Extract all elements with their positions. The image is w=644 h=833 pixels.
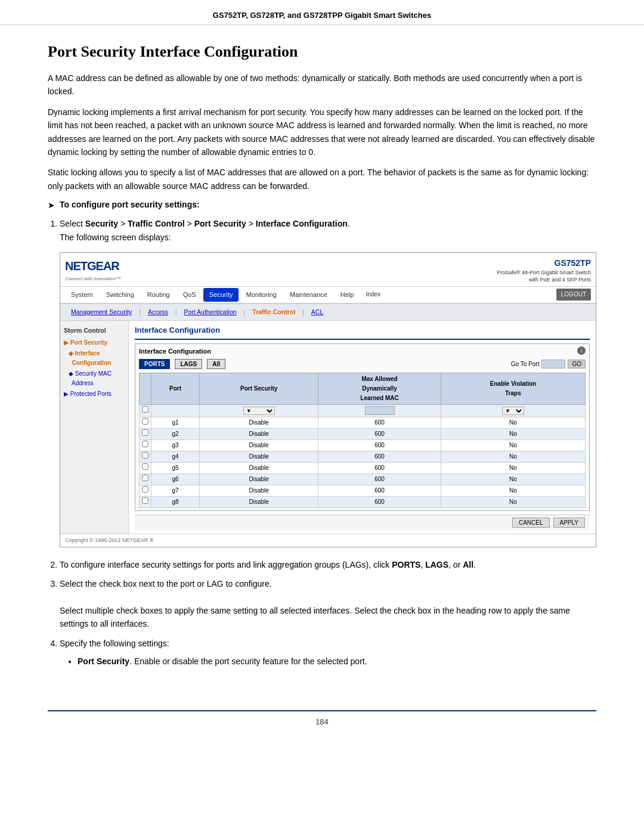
intro-paragraph-3: Static locking allows you to specify a l… xyxy=(48,166,596,193)
row-checkbox[interactable] xyxy=(142,475,148,481)
subnav-port-authentication[interactable]: Port Authentication xyxy=(178,306,242,318)
nav-security[interactable]: Security xyxy=(203,288,239,302)
cell-max-mac: 600 xyxy=(318,440,441,451)
step3-sub: Select multiple check boxes to apply the… xyxy=(60,606,570,628)
cell-security: Disable xyxy=(200,417,318,429)
row-checkbox[interactable] xyxy=(142,429,148,436)
table-row: g8Disable600No xyxy=(140,497,586,508)
step-3: Select the check box next to the port or… xyxy=(60,577,596,631)
page-number: 184 xyxy=(315,717,329,726)
nav-help[interactable]: Help xyxy=(335,288,360,302)
model-desc-1: ProSafe® 48-Port Gigabit Smart Switch xyxy=(497,270,591,277)
page-header: GS752TP, GS728TP, and GS728TPP Gigabit S… xyxy=(0,0,644,25)
cell-security: Disable xyxy=(200,451,318,463)
sidebar-protected-ports[interactable]: ▶ Protected Ports xyxy=(64,389,125,399)
col-port: Port xyxy=(151,373,200,405)
security-filter-select[interactable]: ▼ Disable Enable xyxy=(243,407,275,415)
table-row: g6Disable600No xyxy=(140,474,586,485)
cell-security: Disable xyxy=(200,497,318,508)
cell-port: g8 xyxy=(151,497,200,508)
nav-maintenance[interactable]: Maintenance xyxy=(284,288,333,302)
sidebar-interface-config[interactable]: ◆ Interface Configuration xyxy=(64,349,125,368)
subnav-traffic-control[interactable]: Traffic Control xyxy=(246,306,301,318)
cell-port: g1 xyxy=(151,417,200,429)
intro-paragraph-1: A MAC address can be defined as allowabl… xyxy=(48,72,596,98)
cell-port: g6 xyxy=(151,474,200,485)
all-tab[interactable]: All xyxy=(207,359,225,369)
table-row: g1Disable600No xyxy=(140,417,586,429)
row-checkbox[interactable] xyxy=(142,497,148,504)
nav-monitoring[interactable]: Monitoring xyxy=(240,288,282,302)
nav-switching[interactable]: Switching xyxy=(100,288,140,302)
cell-security: Disable xyxy=(200,440,318,451)
filter-port-cell xyxy=(151,405,200,417)
subnav-access[interactable]: Access xyxy=(142,306,174,318)
logout-button[interactable]: LOGOUT xyxy=(556,289,591,301)
apply-button[interactable]: APPLY xyxy=(553,518,586,528)
cell-max-mac: 600 xyxy=(318,463,441,474)
sidebar-storm-control[interactable]: Storm Control xyxy=(64,326,125,336)
nav-qos[interactable]: QoS xyxy=(177,288,202,302)
ng-header: NETGEAR Connect with Innovation™ GS752TP… xyxy=(60,253,596,287)
model-name: GS752TP xyxy=(497,256,591,270)
cell-max-mac: 600 xyxy=(318,417,441,429)
subnav-acl[interactable]: ACL xyxy=(305,306,329,318)
ports-tab[interactable]: PORTS xyxy=(139,359,170,369)
cancel-button[interactable]: CANCEL xyxy=(512,518,550,528)
ports-tabs-row: PORTS LAGS All Go To Port GO xyxy=(139,359,586,369)
filter-checkbox-cell[interactable] xyxy=(140,405,151,417)
cell-security: Disable xyxy=(200,463,318,474)
max-mac-filter-input[interactable] xyxy=(365,406,395,415)
row-checkbox[interactable] xyxy=(142,418,148,425)
bullet1-text: . Enable or disable the port security fe… xyxy=(129,657,367,666)
violation-filter-select[interactable]: ▼ No Yes xyxy=(502,407,524,415)
cell-violation: No xyxy=(441,474,585,485)
row-checkbox[interactable] xyxy=(142,441,148,447)
select-all-checkbox[interactable] xyxy=(142,406,148,413)
content-title: Interface Configuration xyxy=(135,324,590,340)
configure-heading-row: ➤ To configure port security settings: xyxy=(48,200,596,210)
sidebar-port-security[interactable]: ▶ Port Security xyxy=(64,338,125,348)
model-desc-2: with PoE and 4 SFP Ports xyxy=(497,277,591,284)
step-1: Select Security > Traffic Control > Port… xyxy=(60,217,596,547)
bottom-action-bar: CANCEL APPLY xyxy=(135,515,590,530)
filter-violation-cell[interactable]: ▼ No Yes xyxy=(441,405,585,417)
cell-port: g4 xyxy=(151,451,200,463)
screenshot: NETGEAR Connect with Innovation™ GS752TP… xyxy=(60,252,596,547)
row-checkbox[interactable] xyxy=(142,452,148,459)
nav-index[interactable]: Index xyxy=(361,289,385,301)
lags-tab[interactable]: LAGS xyxy=(175,359,202,369)
cell-security: Disable xyxy=(200,474,318,485)
cell-violation: No xyxy=(441,497,585,508)
cell-violation: No xyxy=(441,429,585,440)
info-icon[interactable]: i xyxy=(577,346,586,355)
cell-port: g3 xyxy=(151,440,200,451)
go-to-port-input[interactable] xyxy=(541,360,565,368)
cell-port: g2 xyxy=(151,429,200,440)
bullet1-label: Port Security xyxy=(78,657,129,666)
col-violation-traps: Enable ViolationTraps xyxy=(441,373,585,405)
cell-violation: No xyxy=(441,463,585,474)
go-button[interactable]: GO xyxy=(568,360,586,368)
nav-system[interactable]: System xyxy=(65,288,99,302)
table-row: g4Disable600No xyxy=(140,451,586,463)
cell-violation: No xyxy=(441,485,585,497)
row-checkbox[interactable] xyxy=(142,463,148,470)
col-port-security: Port Security xyxy=(200,373,318,405)
page-content: Port Security Interface Configuration A … xyxy=(0,25,644,698)
steps-list: Select Security > Traffic Control > Port… xyxy=(60,217,596,668)
cell-max-mac: 600 xyxy=(318,485,441,497)
ng-main-area: Storm Control ▶ Port Security ◆ Interfac… xyxy=(60,321,596,534)
row-checkbox[interactable] xyxy=(142,486,148,493)
step-4: Specify the following settings: Port Sec… xyxy=(60,637,596,668)
subnav-management-security[interactable]: Management Security xyxy=(65,306,138,318)
sidebar-security-mac[interactable]: ◆ Security MAC Address xyxy=(64,369,125,388)
port-security-table: Port Port Security Max AllowedDynamicall… xyxy=(139,373,586,508)
main-nav: System Switching Routing QoS Security Mo… xyxy=(60,287,596,305)
copyright: Copyright © 1996-2012 NETGEAR ® xyxy=(60,534,596,546)
step1-sub: The following screen displays: xyxy=(60,233,171,242)
cell-port: g5 xyxy=(151,463,200,474)
filter-mac-cell[interactable] xyxy=(318,405,441,417)
nav-routing[interactable]: Routing xyxy=(141,288,176,302)
filter-security-cell[interactable]: ▼ Disable Enable xyxy=(200,405,318,417)
